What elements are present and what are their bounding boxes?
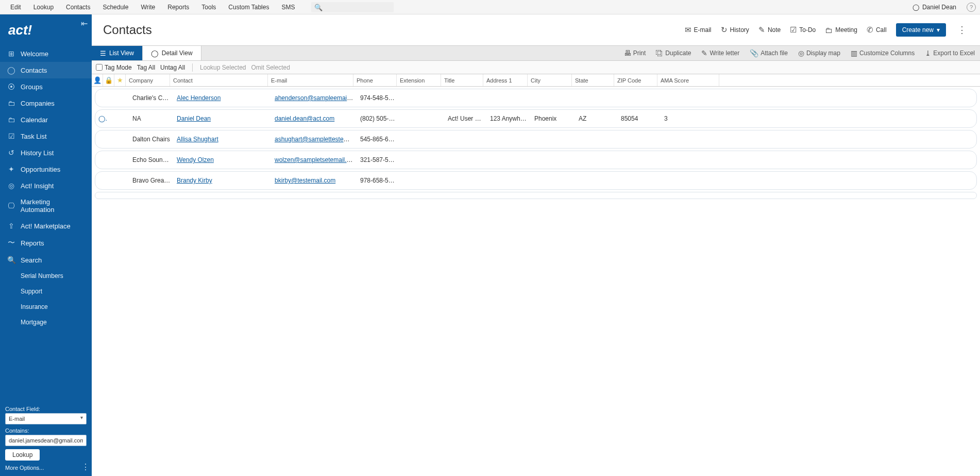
contact-link[interactable]: Brandy Kirby <box>177 177 212 184</box>
action-meeting[interactable]: 🗀Meeting <box>825 26 857 35</box>
col-address[interactable]: Address 1 <box>483 74 528 86</box>
sidebar: act! ⇤ ⊞Welcome ◯Contacts ⦿Groups 🗀Compa… <box>0 14 92 476</box>
email-link[interactable]: ashughart@samplettestemail.com <box>275 136 357 143</box>
email-link[interactable]: ahenderson@sampleemailtest.com <box>275 94 357 102</box>
col-lock-icon[interactable]: 🔒 <box>103 74 114 86</box>
col-zip[interactable]: ZIP Code <box>614 74 657 86</box>
col-person-icon[interactable]: 👤 <box>92 74 103 86</box>
contact-link[interactable]: Alec Henderson <box>177 94 221 102</box>
col-company[interactable]: Company <box>126 74 170 86</box>
cell-email: ahenderson@sampleemailtest.com <box>272 94 357 102</box>
col-email[interactable]: E-mail <box>268 74 353 86</box>
user-menu[interactable]: ◯ Daniel Dean <box>907 4 961 11</box>
sidebar-item-label: Companies <box>21 100 55 107</box>
sidebar-item-calendar[interactable]: 🗀Calendar <box>0 111 92 128</box>
contact-link[interactable]: Allisa Shughart <box>177 136 218 143</box>
lookup-button[interactable]: Lookup <box>5 449 40 461</box>
sidebar-item-welcome[interactable]: ⊞Welcome <box>0 45 92 62</box>
menu-custom-tables[interactable]: Custom Tables <box>222 4 275 11</box>
menu-lookup[interactable]: Lookup <box>27 4 60 11</box>
menu-sms[interactable]: SMS <box>275 4 301 11</box>
menu-contacts[interactable]: Contacts <box>60 4 96 11</box>
cell-phone: 974-548-5212 <box>357 94 400 102</box>
tool-export-excel[interactable]: ⤓Export to Excel <box>920 46 980 60</box>
table-row[interactable]: ◯NADaniel Deandaniel.dean@act.com(802) 5… <box>95 109 977 128</box>
email-link[interactable]: bkirby@testemail.com <box>275 177 335 184</box>
sidebar-sub-insurance[interactable]: Insurance <box>0 299 92 315</box>
header-kebab-icon[interactable]: ⋮ <box>955 24 969 36</box>
tag-mode-label: Tag Mode <box>105 64 132 71</box>
person-icon: ◯ <box>7 66 15 74</box>
sidebar-item-marketplace[interactable]: ⇪Act! Marketplace <box>0 218 92 234</box>
create-new-button[interactable]: Create new▾ <box>896 23 946 37</box>
sidebar-item-tasklist[interactable]: ☑Task List <box>0 128 92 144</box>
table-row[interactable]: Bravo GreatnessBrandy Kirbybkirby@testem… <box>95 171 977 190</box>
col-city[interactable]: City <box>528 74 572 86</box>
menu-schedule[interactable]: Schedule <box>96 4 134 11</box>
menu-write[interactable]: Write <box>134 4 161 11</box>
col-extension[interactable]: Extension <box>397 74 441 86</box>
sidebar-sub-serial[interactable]: Serial Numbers <box>0 268 92 284</box>
col-phone[interactable]: Phone <box>353 74 397 86</box>
menu-edit[interactable]: Edit <box>4 4 27 11</box>
tool-duplicate[interactable]: ⿻Duplicate <box>651 46 696 60</box>
more-options-link[interactable]: More Options... <box>5 465 87 471</box>
tag-all-link[interactable]: Tag All <box>137 64 155 71</box>
sidebar-item-insight[interactable]: ◎Act! Insight <box>0 177 92 194</box>
action-call[interactable]: ✆Call <box>867 25 887 35</box>
contact-field-select[interactable]: E-mail <box>5 413 87 424</box>
action-todo[interactable]: ☑To-Do <box>790 25 816 35</box>
attach-icon: 📎 <box>750 49 758 57</box>
col-star-icon[interactable]: ★ <box>114 74 126 86</box>
table-body: Charlie's Compa...Alec Hendersonahenders… <box>92 89 980 190</box>
col-state[interactable]: State <box>572 74 614 86</box>
table-row[interactable]: Echo Sound Mac...Wendy Olzenwolzen@sampl… <box>95 151 977 169</box>
tool-write-letter[interactable]: ✎Write letter <box>696 46 745 60</box>
col-ama[interactable]: AMA Score <box>657 74 719 86</box>
help-icon[interactable]: ? <box>967 3 976 12</box>
table-row[interactable]: Charlie's Compa...Alec Hendersonahenders… <box>95 89 977 107</box>
sidebar-sub-support[interactable]: Support <box>0 284 92 299</box>
action-label: Meeting <box>835 26 857 34</box>
global-search-input[interactable] <box>311 2 394 12</box>
action-note[interactable]: ✎Note <box>758 25 781 35</box>
menu-reports[interactable]: Reports <box>161 4 195 11</box>
sidebar-item-history[interactable]: ↺History List <box>0 144 92 161</box>
sidebar-item-companies[interactable]: 🗀Companies <box>0 95 92 111</box>
contacts-table: 👤 🔒 ★ Company Contact E-mail Phone Exten… <box>92 74 980 476</box>
tool-customize-columns[interactable]: ▥Customize Columns <box>846 46 920 60</box>
sidebar-item-search[interactable]: 🔍Search <box>0 252 92 268</box>
table-row[interactable]: Dalton ChairsAllisa Shughartashughart@sa… <box>95 130 977 149</box>
sidebar-collapse-icon[interactable]: ⇤ <box>81 19 88 28</box>
col-contact[interactable]: Contact <box>170 74 268 86</box>
sidebar-item-reports[interactable]: 〜Reports <box>0 234 92 252</box>
action-email[interactable]: ✉E-mail <box>685 25 712 35</box>
tool-display-map[interactable]: ◎Display map <box>793 46 846 60</box>
page-title: Contacts <box>103 23 152 37</box>
action-history[interactable]: ↻History <box>721 25 749 35</box>
sidebar-item-label: Reports <box>21 239 44 247</box>
sidebar-kebab-icon[interactable]: ⋮ <box>81 462 90 472</box>
col-title[interactable]: Title <box>441 74 483 86</box>
table-header: 👤 🔒 ★ Company Contact E-mail Phone Exten… <box>92 74 980 87</box>
tool-print[interactable]: 🖶Print <box>619 46 651 60</box>
sidebar-item-groups[interactable]: ⦿Groups <box>0 78 92 95</box>
email-link[interactable]: daniel.dean@act.com <box>275 115 334 122</box>
email-link[interactable]: wolzen@sampletsetemail.com <box>275 156 357 163</box>
tool-attach-file[interactable]: 📎Attach file <box>745 46 793 60</box>
tag-mode-checkbox[interactable]: Tag Mode <box>96 64 132 71</box>
sidebar-sub-mortgage[interactable]: Mortgage <box>0 315 92 330</box>
sidebar-item-contacts[interactable]: ◯Contacts <box>0 62 92 78</box>
menu-tools[interactable]: Tools <box>195 4 222 11</box>
sidebar-item-opportunities[interactable]: ✦Opportunities <box>0 161 92 177</box>
tab-list-view[interactable]: ☰List View <box>92 46 143 60</box>
calendar-icon: 🗀 <box>7 116 15 124</box>
sidebar-item-marketing[interactable]: 🖵Marketing Automation <box>0 194 92 218</box>
contains-input[interactable] <box>5 435 87 446</box>
contact-link[interactable]: Wendy Olzen <box>177 156 214 163</box>
contact-link[interactable]: Daniel Dean <box>177 115 211 122</box>
untag-all-link[interactable]: Untag All <box>160 64 185 71</box>
tab-detail-view[interactable]: ◯Detail View <box>143 46 201 60</box>
monitor-icon: 🖵 <box>7 202 15 210</box>
content-area: Contacts ✉E-mail ↻History ✎Note ☑To-Do 🗀… <box>92 14 980 476</box>
